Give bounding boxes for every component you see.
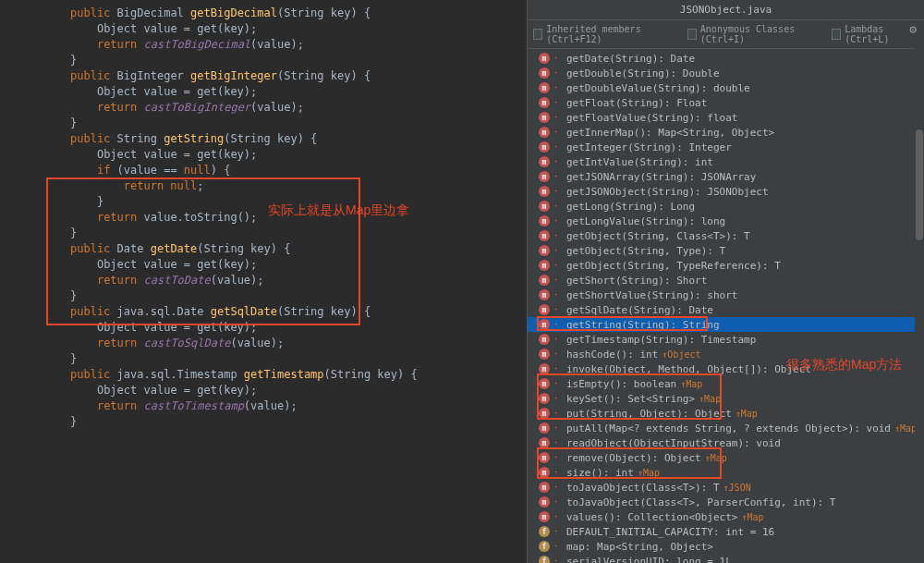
code-line[interactable]: public java.sql.Timestamp getTimestamp(S… <box>6 367 527 383</box>
code-line[interactable]: return value.toString(); <box>6 210 527 226</box>
lock-icon: · <box>553 527 563 536</box>
code-line[interactable]: if (value == null) { <box>6 163 527 178</box>
method-icon <box>539 230 550 241</box>
member-name: remove(Object): Object <box>566 452 701 464</box>
code-line[interactable]: public BigDecimal getBigDecimal(String k… <box>6 6 527 21</box>
tree-row[interactable]: ·invoke(Object, Method, Object[]): Objec… <box>528 361 924 376</box>
tree-row[interactable]: ·getObject(String, Type): T <box>528 243 924 258</box>
code-line[interactable]: Object value = get(key); <box>6 320 527 336</box>
member-name: getDoubleValue(String): double <box>566 82 750 94</box>
tree-row[interactable]: ·toJavaObject(Class<T>, ParserConfig, in… <box>528 495 924 509</box>
code-line[interactable]: Object value = get(key); <box>6 147 527 163</box>
tree-row[interactable]: ·getDate(String): Date <box>528 51 924 66</box>
code-line[interactable]: return castToSqlDate(value); <box>6 336 527 351</box>
tree-row[interactable]: ·DEFAULT_INITIAL_CAPACITY: int = 16 <box>528 524 924 539</box>
tree-row[interactable]: ·getTimestamp(String): Timestamp <box>528 332 924 347</box>
filter-inherited[interactable]: Inherited members (Ctrl+F12) <box>533 24 676 44</box>
tree-row[interactable]: ·getObject(String, TypeReference): T <box>528 258 924 273</box>
member-name: getObject(String, Class<T>): T <box>566 230 750 242</box>
tree-row[interactable]: ·remove(Object): Object ↑Map <box>528 450 924 465</box>
tree-row[interactable]: ·getDoubleValue(String): double <box>528 80 924 95</box>
tree-row[interactable]: ·getShortValue(String): short <box>528 288 924 302</box>
code-line[interactable]: return castToBigInteger(value); <box>6 100 527 116</box>
code-line[interactable]: return null; <box>6 178 527 194</box>
tree-row[interactable]: ·getIntValue(String): int <box>528 154 924 169</box>
code-line[interactable]: return castToTimestamp(value); <box>6 398 527 414</box>
lock-icon: · <box>553 335 563 344</box>
tree-row[interactable]: ·toJavaObject(Class<T>): T ↑JSON <box>528 480 924 495</box>
tree-row[interactable]: ·getFloat(String): Float <box>528 95 924 110</box>
tree-row[interactable]: ·getSqlDate(String): Date <box>528 302 924 317</box>
tree-row[interactable]: ·getInteger(String): Integer <box>528 140 924 154</box>
lock-icon: · <box>553 423 563 433</box>
tree-row[interactable]: ·hashCode(): int ↑Object <box>528 347 924 361</box>
filter-anonymous[interactable]: Anonymous Classes (Ctrl+I) <box>687 24 821 44</box>
lock-icon: · <box>553 275 563 285</box>
code-line[interactable]: public Date getDate(String key) { <box>6 241 527 257</box>
tree-row[interactable]: ·keySet(): Set<String> ↑Map <box>528 391 924 406</box>
tree-row[interactable]: ·put(String, Object): Object ↑Map <box>528 406 924 421</box>
tree-row[interactable]: ·size(): int ↑Map <box>528 465 924 480</box>
lock-icon: · <box>553 98 563 107</box>
override-label: ↑Map <box>680 379 702 389</box>
scrollbar-thumb[interactable] <box>916 129 923 240</box>
method-icon <box>539 245 550 256</box>
code-line[interactable]: Object value = get(key); <box>6 257 527 273</box>
code-line[interactable]: Object value = get(key); <box>6 84 527 100</box>
tree-row[interactable]: ·getObject(String, Class<T>): T <box>528 228 924 243</box>
checkbox-icon <box>533 29 542 40</box>
code-line[interactable]: Object value = get(key); <box>6 383 527 398</box>
code-line[interactable]: public java.sql.Date getSqlDate(String k… <box>6 304 527 320</box>
tree-row[interactable]: ·getLong(String): Long <box>528 199 924 214</box>
code-line[interactable]: return castToBigDecimal(value); <box>6 37 527 53</box>
tree-row[interactable]: ·getLongValue(String): long <box>528 214 924 228</box>
member-name: getInteger(String): Integer <box>566 141 732 153</box>
member-name: map: Map<String, Object> <box>566 541 713 553</box>
tree-row[interactable]: ·map: Map<String, Object> <box>528 539 924 554</box>
code-line[interactable]: } <box>6 351 527 367</box>
code-line[interactable]: } <box>6 226 527 241</box>
lock-icon: · <box>553 305 563 314</box>
method-icon <box>539 334 550 345</box>
tree-row[interactable]: ·isEmpty(): boolean ↑Map <box>528 376 924 391</box>
code-line[interactable]: Object value = get(key); <box>6 21 527 37</box>
tree-row[interactable]: ·readObject(ObjectInputStream): void <box>528 435 924 450</box>
scrollbar[interactable] <box>915 37 924 563</box>
tree-row[interactable]: ·getInnerMap(): Map<String, Object> <box>528 125 924 140</box>
member-name: DEFAULT_INITIAL_CAPACITY: int = 16 <box>566 526 774 538</box>
member-tree[interactable]: ·getDate(String): Date·getDouble(String)… <box>528 49 924 563</box>
tree-row[interactable]: ·getDouble(String): Double <box>528 66 924 80</box>
lock-icon: · <box>553 290 563 300</box>
method-icon <box>539 201 550 212</box>
tree-row[interactable]: ·getFloatValue(String): float <box>528 110 924 125</box>
method-icon <box>539 112 550 123</box>
lock-icon: · <box>553 157 563 166</box>
lock-icon: · <box>553 497 563 507</box>
filter-lambdas[interactable]: Lambdas (Ctrl+L) <box>832 24 918 44</box>
code-line[interactable]: public String getString(String key) { <box>6 131 527 147</box>
tree-row[interactable]: ·serialVersionUID: long = 1L <box>528 554 924 563</box>
tree-row[interactable]: ·getJSONObject(String): JSONObject <box>528 184 924 199</box>
lock-icon: · <box>553 261 563 270</box>
lock-icon: · <box>553 468 563 477</box>
tree-row[interactable]: ·putAll(Map<? extends String, ? extends … <box>528 421 924 435</box>
code-line[interactable]: } <box>6 116 527 131</box>
gear-icon[interactable]: ⚙ <box>909 22 917 36</box>
tree-row[interactable]: ·values(): Collection<Object> ↑Map <box>528 509 924 524</box>
code-line[interactable]: } <box>6 194 527 210</box>
member-name: getShortValue(String): short <box>566 289 737 301</box>
method-icon <box>539 408 550 419</box>
code-line[interactable]: } <box>6 288 527 304</box>
tree-row[interactable]: ·getString(String): String <box>528 317 924 332</box>
code-line[interactable]: return castToDate(value); <box>6 273 527 288</box>
code-line[interactable]: } <box>6 414 527 430</box>
code-line[interactable]: } <box>6 53 527 68</box>
method-icon <box>539 156 550 167</box>
code-line[interactable]: public BigInteger getBigInteger(String k… <box>6 68 527 84</box>
tree-row[interactable]: ·getJSONArray(String): JSONArray <box>528 169 924 184</box>
lock-icon: · <box>553 231 563 240</box>
code-editor[interactable]: public BigDecimal getBigDecimal(String k… <box>0 0 527 563</box>
tree-row[interactable]: ·getShort(String): Short <box>528 273 924 288</box>
member-name: invoke(Object, Method, Object[]): Object <box>566 363 811 375</box>
lock-icon: · <box>553 453 563 462</box>
